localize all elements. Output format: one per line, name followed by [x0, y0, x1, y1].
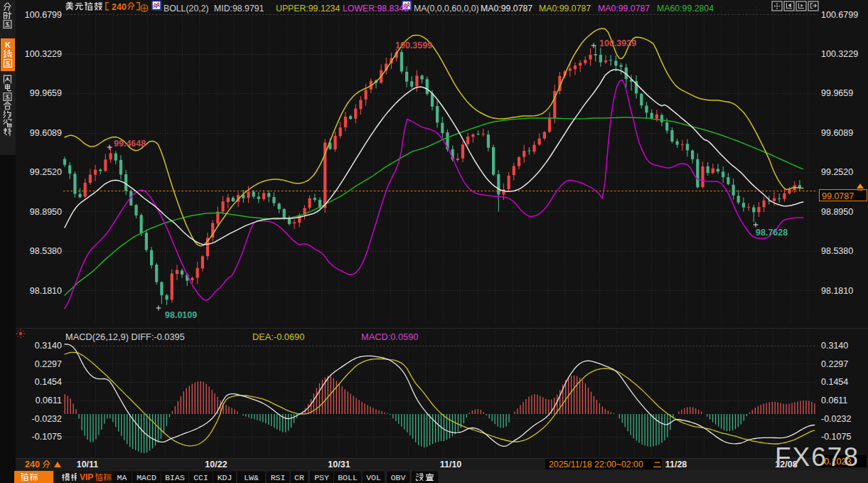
svg-text:99.9659: 99.9659 [821, 88, 853, 98]
svg-text:98.8950: 98.8950 [821, 207, 853, 217]
svg-text:MACD(26,12,9) DIFF:-0.0395: MACD(26,12,9) DIFF:-0.0395 [65, 331, 185, 342]
svg-text:100.6799: 100.6799 [25, 10, 62, 20]
svg-text:LOWER:98.8348: LOWER:98.8348 [343, 4, 409, 14]
svg-text:0.3140: 0.3140 [821, 341, 848, 351]
svg-text:-0.1023: -0.1023 [821, 457, 851, 467]
svg-text:98.5380: 98.5380 [821, 246, 853, 256]
svg-text:MA0:99.0787: MA0:99.0787 [598, 4, 650, 14]
svg-text:KDJ: KDJ [218, 473, 232, 482]
svg-text:MA: MA [117, 473, 127, 482]
svg-text:MACD:0.0590: MACD:0.0590 [361, 331, 418, 342]
svg-text:-0.0232: -0.0232 [32, 414, 62, 424]
svg-text:MA0:99.0787: MA0:99.0787 [481, 4, 532, 14]
svg-text:0.3140: 0.3140 [35, 341, 62, 351]
svg-text:240: 240 [25, 460, 40, 469]
svg-text:0.1454: 0.1454 [35, 377, 62, 387]
svg-text:-0.1075: -0.1075 [821, 432, 851, 442]
svg-text:100.3599: 100.3599 [395, 41, 432, 51]
svg-text:VIP: VIP [80, 472, 93, 482]
svg-text:2025/11/18 22:00~02:00: 2025/11/18 22:00~02:00 [549, 460, 643, 469]
svg-text:PSY: PSY [314, 473, 329, 482]
svg-text:99.6089: 99.6089 [30, 128, 62, 138]
svg-text:99.2520: 99.2520 [821, 167, 853, 177]
svg-text:99.9659: 99.9659 [30, 88, 62, 98]
svg-text:10/22: 10/22 [205, 460, 227, 469]
svg-text:-0.0232: -0.0232 [821, 414, 851, 424]
svg-text:99.4648: 99.4648 [114, 139, 146, 149]
svg-text:MA0:99.0787: MA0:99.0787 [539, 4, 591, 14]
svg-text:RSI: RSI [271, 473, 286, 482]
svg-text:100.3229: 100.3229 [25, 49, 62, 59]
svg-text:99.0787: 99.0787 [822, 191, 854, 201]
svg-text:98.8950: 98.8950 [30, 207, 62, 217]
svg-text:100.3229: 100.3229 [821, 49, 858, 59]
svg-text:MA60:99.2804: MA60:99.2804 [657, 4, 714, 14]
svg-text:98.7628: 98.7628 [756, 228, 788, 238]
svg-text:98.1810: 98.1810 [821, 286, 853, 296]
svg-text:11/10: 11/10 [440, 460, 462, 469]
svg-text:MACD: MACD [136, 473, 156, 482]
svg-text:K: K [5, 41, 11, 49]
svg-text:BOLL: BOLL [338, 473, 358, 482]
svg-text:MID:98.9791: MID:98.9791 [214, 4, 264, 14]
svg-text:0.1454: 0.1454 [821, 377, 848, 387]
svg-text:100.3939: 100.3939 [599, 38, 636, 48]
svg-text:100.6799: 100.6799 [821, 10, 858, 20]
svg-text:OBV: OBV [391, 473, 406, 482]
svg-text:CR: CR [294, 473, 304, 482]
svg-text:0.0611: 0.0611 [821, 396, 847, 405]
svg-text:CCI: CCI [193, 473, 208, 482]
svg-text:10/11: 10/11 [77, 460, 99, 469]
svg-text:98.1810: 98.1810 [30, 286, 62, 296]
svg-text:BIAS: BIAS [165, 473, 185, 482]
svg-text:99.6089: 99.6089 [821, 128, 853, 138]
svg-text:98.0109: 98.0109 [165, 310, 197, 320]
svg-text:-0.1075: -0.1075 [32, 432, 62, 442]
svg-text:240: 240 [112, 2, 127, 12]
svg-text:DEA:-0.0690: DEA:-0.0690 [252, 331, 304, 342]
svg-text:MA(0,0,0,60,0,0): MA(0,0,0,60,0,0) [414, 4, 479, 14]
svg-text:11/28: 11/28 [665, 460, 687, 469]
svg-text:10/31: 10/31 [328, 460, 350, 469]
svg-text:98.5380: 98.5380 [30, 246, 62, 256]
svg-text:99.2520: 99.2520 [30, 167, 62, 177]
svg-text:0.0611: 0.0611 [36, 396, 62, 405]
svg-text:LW&: LW& [244, 473, 259, 482]
svg-text:0.2297: 0.2297 [821, 359, 848, 369]
svg-text:0.2297: 0.2297 [35, 359, 62, 369]
svg-text:UPPER:99.1234: UPPER:99.1234 [276, 4, 340, 14]
svg-text:VOL: VOL [366, 473, 381, 482]
svg-text:BOLL(20,2): BOLL(20,2) [164, 4, 209, 14]
